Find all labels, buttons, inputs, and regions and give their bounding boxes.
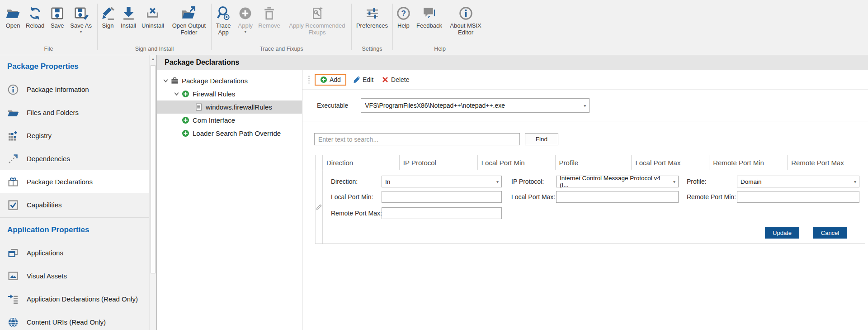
install-label: Install — [121, 23, 136, 29]
sign-label: Sign — [102, 23, 114, 29]
add-label: Add — [330, 76, 341, 83]
delete-label: Delete — [391, 76, 409, 83]
executable-dropdown[interactable]: VFS\ProgramFilesX86\Notepad++\notepad++.… — [361, 98, 590, 113]
row-indicator-cell — [316, 170, 323, 244]
sidebar-item-package-declarations[interactable]: Package Declarations — [0, 170, 149, 193]
local-port-max-label: Local Port Max: — [511, 191, 555, 203]
registry-grid-icon — [7, 130, 19, 142]
help-label: Help — [397, 23, 410, 29]
arrow-list-icon — [7, 293, 19, 305]
direction-dropdown[interactable]: In ▾ — [382, 176, 502, 187]
remote-port-min-label: Remote Port Min: — [687, 191, 736, 203]
sidebar-item-label: Capabilities — [27, 201, 62, 209]
ribbon-group-trace-fixups: Trace App Apply ▾ Remove Apply Recommen — [212, 0, 351, 55]
ip-protocol-dropdown[interactable]: Internet Control Message Protocol v4 (I.… — [556, 176, 679, 187]
uninstall-icon — [145, 5, 160, 22]
save-button[interactable]: Save — [47, 4, 67, 29]
sidebar-item-visual-assets[interactable]: Visual Assets — [0, 264, 149, 287]
find-button[interactable]: Find — [525, 133, 558, 145]
sidebar-item-registry[interactable]: Registry — [0, 124, 149, 147]
sidebar-item-label: Package Declarations — [27, 178, 93, 186]
local-port-max-input[interactable] — [556, 191, 679, 203]
edit-button[interactable]: Edit — [349, 74, 377, 85]
remote-port-max-input[interactable] — [382, 207, 502, 219]
local-port-min-input[interactable] — [382, 191, 502, 203]
sidebar-item-content-uris[interactable]: Content URIs (Read Only) — [0, 311, 149, 330]
install-icon — [121, 5, 136, 22]
grid-header-indicator — [316, 155, 323, 170]
apply-button[interactable]: Apply ▾ — [235, 4, 255, 34]
firewall-rules-detail-panel: Add Edit Delete Executable VFS\ProgramFi… — [302, 70, 868, 330]
about-info-icon — [458, 5, 473, 22]
search-input[interactable] — [314, 133, 520, 145]
sidebar-item-dependencies[interactable]: Dependencies — [0, 147, 149, 170]
scrollbar-thumb[interactable] — [151, 65, 156, 273]
reload-button[interactable]: Reload — [23, 4, 47, 29]
chevron-down-icon[interactable] — [163, 78, 169, 84]
grid-header-local-port-min[interactable]: Local Port Min — [478, 155, 556, 170]
combo-chevron-icon: ▾ — [854, 179, 856, 184]
windows-icon — [7, 247, 19, 259]
green-plus-icon — [320, 76, 327, 83]
grid-header-ip-protocol[interactable]: IP Protocol — [400, 155, 478, 170]
apply-recommended-fixups-button[interactable]: Apply Recommended Fixups — [283, 4, 351, 36]
sidebar-item-capabilities[interactable]: Capabilities — [0, 193, 149, 216]
section-divider — [302, 121, 868, 121]
green-plus-icon — [182, 116, 189, 124]
ip-protocol-value: Internet Control Message Protocol v4 (I.… — [560, 175, 670, 188]
install-button[interactable]: Install — [118, 4, 139, 29]
ribbon-group-settings: Preferences Settings — [352, 0, 392, 55]
grid-header-remote-port-max[interactable]: Remote Port Max — [788, 155, 865, 170]
package-properties-heading: Package Properties — [0, 55, 149, 78]
sidebar-item-application-declarations[interactable]: Application Declarations (Read Only) — [0, 287, 149, 311]
sidebar-item-label: Dependencies — [27, 155, 70, 163]
ribbon-group-help: ? Help Feedback About MSIX Editor Help — [393, 0, 487, 55]
globe-icon — [7, 316, 19, 328]
sidebar-item-label: Applications — [27, 249, 63, 257]
trace-app-label: Trace App — [214, 23, 232, 36]
profile-dropdown[interactable]: Domain ▾ — [737, 176, 859, 187]
scrollbar-up-arrow-icon[interactable]: ▲ — [150, 57, 156, 61]
delete-button[interactable]: Delete — [377, 74, 413, 85]
remote-port-min-input[interactable] — [737, 191, 859, 203]
sidebar-item-package-information[interactable]: Package Information — [0, 78, 149, 101]
navigation-sidebar: Package Properties Package Information F… — [0, 55, 149, 330]
tree-item-windows-firewallrules[interactable]: windows.firewallRules — [157, 100, 302, 114]
tree-item-package-declarations[interactable]: Package Declarations — [157, 74, 302, 87]
feedback-button[interactable]: Feedback — [414, 4, 445, 29]
open-button[interactable]: Open — [3, 4, 23, 29]
preferences-button[interactable]: Preferences — [354, 4, 391, 29]
add-button[interactable]: Add — [315, 74, 346, 86]
update-button[interactable]: Update — [765, 227, 799, 239]
save-as-button[interactable]: Save As ▾ — [67, 4, 94, 34]
edit-label: Edit — [363, 76, 373, 83]
tree-item-com-interface[interactable]: Com Interface — [157, 114, 302, 127]
grid-header-profile[interactable]: Profile — [556, 155, 632, 170]
open-output-folder-icon — [181, 5, 196, 22]
sidebar-item-label: Files and Folders — [27, 109, 79, 116]
trace-app-button[interactable]: Trace App — [212, 4, 235, 36]
cancel-button[interactable]: Cancel — [813, 227, 847, 239]
tree-item-loader-search-path-override[interactable]: Loader Search Path Override — [157, 127, 302, 140]
about-msix-editor-button[interactable]: About MSIX Editor — [445, 4, 486, 36]
uninstall-button[interactable]: Uninstall — [139, 4, 167, 29]
tree-item-firewall-rules[interactable]: Firewall Rules — [157, 87, 302, 100]
ribbon-group-trace-fixups-label: Trace and Fixups — [212, 46, 351, 55]
sidebar-item-label: Registry — [27, 132, 52, 139]
sidebar-scrollbar[interactable]: ▲ — [149, 55, 156, 330]
grid-header-local-port-max[interactable]: Local Port Max — [632, 155, 709, 170]
grid-header-direction[interactable]: Direction — [323, 155, 400, 170]
open-output-folder-button[interactable]: Open Output Folder — [167, 4, 211, 36]
sidebar-item-files-and-folders[interactable]: Files and Folders — [0, 101, 149, 124]
dropdown-chevron-icon: ▾ — [245, 30, 247, 34]
remove-button[interactable]: Remove — [255, 4, 283, 29]
sign-button[interactable]: Sign — [98, 4, 118, 29]
grid-header-remote-port-min[interactable]: Remote Port Min — [709, 155, 788, 170]
toolbar-grip-handle[interactable] — [308, 75, 310, 84]
sidebar-item-applications[interactable]: Applications — [0, 241, 149, 264]
about-msix-editor-label: About MSIX Editor — [448, 23, 484, 36]
chevron-down-icon[interactable] — [174, 91, 179, 97]
direction-label: Direction: — [331, 176, 358, 187]
firewall-rules-grid: Direction IP Protocol Local Port Min Pro… — [315, 155, 865, 244]
help-button[interactable]: ? Help — [393, 4, 414, 29]
